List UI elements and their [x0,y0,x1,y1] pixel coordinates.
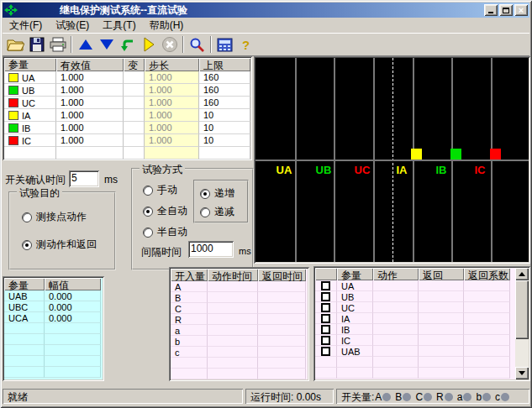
step-up-button[interactable] [75,34,96,55]
value-cell[interactable]: 1.000 [56,71,124,84]
menu-help[interactable]: 帮助(H) [143,18,191,34]
status-bar: 就绪 运行时间: 0.00s 开关量: A B C R a b c [3,387,529,405]
menu-tools[interactable]: 工具(T) [96,18,142,34]
limit-cell[interactable]: 160 [199,71,250,84]
scroll-down-button[interactable] [515,367,529,379]
empty-cell [171,369,208,379]
value-cell[interactable]: 1.000 [56,109,124,122]
vary-cell[interactable] [124,71,145,84]
checkbox[interactable] [321,292,330,301]
param-cell: IC [337,335,373,346]
return-time-cell [258,292,306,303]
switch-state-icon [403,393,411,401]
radio-contact-action[interactable]: 测接点动作 [22,210,87,224]
reset-button[interactable] [117,34,138,55]
instrument-button[interactable] [214,34,235,55]
close-button[interactable]: × [514,4,528,16]
step-down-button[interactable] [96,34,117,55]
maximize-button[interactable] [499,4,513,16]
table-header: 参量 有效值 变 步长 上限 [4,58,250,71]
print-button[interactable] [47,34,68,55]
limit-cell[interactable]: 10 [199,109,250,122]
help-button[interactable]: ? [235,34,256,55]
menu-file[interactable]: 文件(F) [3,18,49,34]
checkbox[interactable] [321,325,330,334]
vary-cell[interactable] [124,84,145,97]
input-cell: b [171,336,208,347]
vary-cell[interactable] [124,97,145,109]
table-row: IA 1.000 1.000 10 [4,109,250,122]
return-time-cell [258,347,306,358]
empty-row [4,334,103,345]
radio-label: 半自动 [157,225,187,239]
limit-cell[interactable]: 160 [199,97,250,109]
minimize-button[interactable] [484,4,498,16]
chart-label-uc: UC [345,164,379,176]
action-time-cell [208,303,258,314]
value-cell[interactable]: 1.000 [56,122,124,134]
empty-cell [4,147,56,160]
stop-test-button[interactable] [159,34,180,55]
return-cell [419,302,464,313]
limit-cell[interactable]: 10 [199,134,250,147]
value-cell[interactable]: 1.000 [56,97,124,109]
interval-input[interactable]: 1000 [188,241,234,258]
scroll-up-button[interactable] [515,268,529,280]
step-cell[interactable]: 1.000 [145,71,199,84]
title-bar[interactable]: 继电保护测试系统--直流试验 × [3,3,529,18]
radio-semi-auto[interactable]: 半自动 [143,225,187,239]
empty-cell [45,356,101,367]
col-header-param: 参量 [337,268,373,280]
table-row: a [171,325,308,336]
empty-cell [258,369,306,379]
vary-cell[interactable] [124,109,145,122]
radio-icon-selected [22,240,32,250]
param-name-cell: UC [4,97,56,109]
maximize-icon [503,8,509,13]
menu-test[interactable]: 试验(E) [49,18,96,34]
toolbar: ? [3,33,529,56]
radio-label: 测接点动作 [36,210,87,224]
up-triangle-icon [79,39,92,50]
action-time-cell [208,336,258,347]
checkbox[interactable] [321,347,330,356]
radio-label: 手动 [157,183,177,197]
amplitude-table: 参量 幅值 UAB 0.000 UBC 0.000 UCA 0.000 [3,276,104,381]
radio-decrease[interactable]: 递减 [200,205,234,219]
vary-cell[interactable] [124,134,145,147]
step-cell[interactable]: 1.000 [145,84,199,97]
empty-row [315,368,529,379]
value-cell[interactable]: 1.000 [56,134,124,147]
radio-increase[interactable]: 递增 [200,186,234,201]
radio-action-return[interactable]: 测动作和返回 [22,238,97,252]
vary-cell[interactable] [124,122,145,134]
step-cell[interactable]: 1.000 [145,134,199,147]
checkbox[interactable] [321,314,330,323]
radio-manual[interactable]: 手动 [143,183,177,197]
checkbox[interactable] [321,281,330,290]
checkbox[interactable] [321,336,330,345]
value-cell[interactable]: 1.000 [56,84,124,97]
step-cell[interactable]: 1.000 [145,97,199,109]
start-test-button[interactable] [138,34,159,55]
chart-label-ua: UA [267,164,301,176]
chart-label-ia: IA [385,164,419,176]
radio-full-auto[interactable]: 全自动 [143,204,187,218]
input-cell: a [171,325,208,336]
scrollbar-thumb[interactable] [515,280,529,339]
step-cell[interactable]: 1.000 [145,122,199,134]
zoom-button[interactable] [187,34,208,55]
calculator-icon [217,38,233,52]
limit-cell[interactable]: 10 [199,122,250,134]
empty-row [4,367,103,378]
step-cell[interactable]: 1.000 [145,109,199,122]
checkbox[interactable] [321,303,330,312]
open-file-button[interactable] [5,34,26,55]
save-button[interactable] [26,34,47,55]
switch-confirm-input[interactable]: 5 [69,170,99,187]
vertical-scrollbar[interactable] [515,268,529,379]
input-cell: c [171,347,208,358]
param-cell: UA [337,280,373,291]
empty-cell [464,357,510,368]
limit-cell[interactable]: 160 [199,84,250,97]
